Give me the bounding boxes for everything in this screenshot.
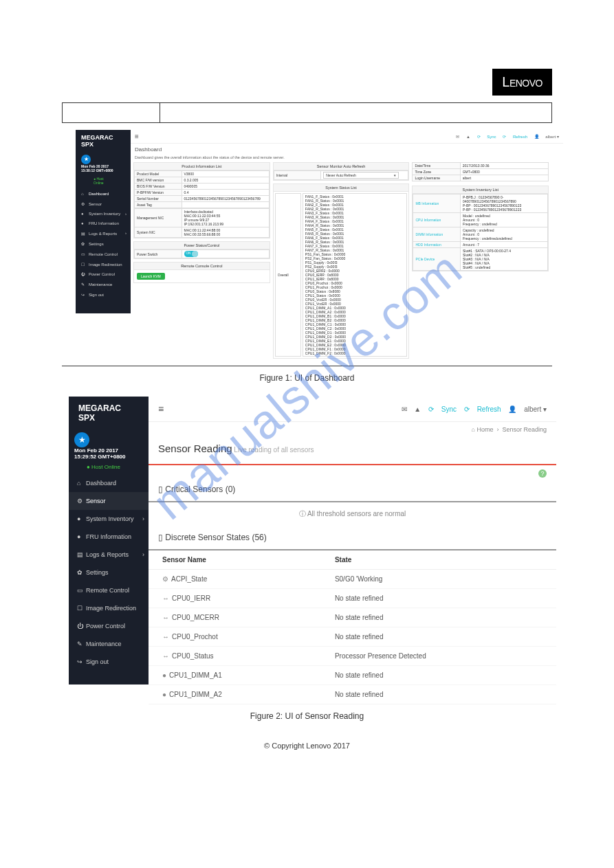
sidebar-item-remote-control[interactable]: ▭Remote Control bbox=[76, 249, 131, 259]
remote-console-title: Remote Console Control bbox=[134, 263, 270, 270]
sidebar-item-sign-out[interactable]: ↪Sign out bbox=[76, 289, 131, 300]
sensor-row[interactable]: ⚙ACPI_StateS0/G0 'Working bbox=[149, 570, 556, 589]
footer-copyright: © Copyright Lenovo 2017 bbox=[0, 742, 614, 750]
dashboard-icon: ⌂ bbox=[81, 192, 87, 196]
refresh-button[interactable]: ⟳ Refresh bbox=[464, 405, 501, 413]
table-row: BMC F/W version0.3.2.005 bbox=[135, 177, 270, 183]
sensor-row[interactable]: ↔CPU0_ProchotNo state refined bbox=[149, 627, 556, 647]
product-info-panel: Product Information List Product ModelV3… bbox=[133, 162, 270, 238]
dashboard-screenshot: MEGARAC SPX ★ Mon Feb 20 201715:30:12 GM… bbox=[76, 130, 566, 359]
sidebar-nav: ⌂Dashboard⚙Sensor●System Inventory›●FRU … bbox=[69, 474, 149, 671]
figure-2-caption: Figure 2: UI of Sensor Reading bbox=[0, 711, 614, 721]
power-control-icon: ⏻ bbox=[81, 272, 87, 276]
sidebar-brand: MEGARAC SPX bbox=[69, 397, 149, 430]
sensor-monitor-panel: Sensor Monitor Auto Refresh Interval Nev… bbox=[273, 162, 410, 181]
table-row: Date/Time2017/2/913:30:36 bbox=[413, 163, 549, 169]
breadcrumb-home[interactable]: Home bbox=[476, 426, 493, 433]
sidebar-item-settings[interactable]: ✿Settings bbox=[69, 564, 149, 581]
sidebar-item-maintenance[interactable]: ✎Maintenance bbox=[69, 635, 149, 653]
top-bar: ≡ ✉ ▲ ⟳ Sync ⟳ Refresh 👤 albert ▾ bbox=[149, 397, 556, 422]
sensor-type-icon: ↔ bbox=[162, 652, 169, 660]
product-info-title: Product Information List bbox=[134, 163, 270, 170]
sidebar-item-dashboard[interactable]: ⌂Dashboard bbox=[76, 189, 131, 199]
remote-control-icon: ▭ bbox=[81, 252, 87, 256]
sensor-row[interactable]: ↔CPU0_StatusProcessor Presence Detected bbox=[149, 647, 556, 666]
topbar-right: ✉ ▲ ⟳ Sync ⟳ Refresh 👤 albert ▾ bbox=[396, 405, 547, 413]
home-icon[interactable]: ⌂ bbox=[471, 426, 474, 433]
sidebar-item-dashboard[interactable]: ⌂Dashboard bbox=[69, 474, 149, 492]
launch-kvm-button[interactable]: Launch KVM bbox=[137, 273, 165, 280]
help-icon[interactable]: ? bbox=[538, 469, 547, 478]
warning-icon[interactable]: ▲ bbox=[414, 405, 421, 413]
image-redirection-icon: ☐ bbox=[77, 605, 84, 612]
table-row: DIMM InformationCapacity : undefinedAmou… bbox=[413, 227, 548, 242]
system-status-panel: System Status List Overall FAN1_F_Status… bbox=[273, 183, 410, 359]
header-empty-table bbox=[62, 102, 552, 123]
table-row: PCIe DeviceSlot#1 : SATA / OP3-00:00-27.… bbox=[413, 248, 548, 271]
sidebar-item-sensor[interactable]: ⚙Sensor bbox=[69, 492, 149, 510]
divider bbox=[62, 366, 552, 366]
image-redirection-icon: ☐ bbox=[81, 262, 87, 267]
col-sensor-name: Sensor Name bbox=[149, 550, 321, 570]
chevron-right-icon: › bbox=[142, 515, 144, 522]
sensor-icon: ⚙ bbox=[77, 498, 84, 504]
discrete-sensors-header: ▯ Discrete Sensor States (56) bbox=[149, 526, 556, 550]
table-row: CPU InformationModel : undefinedAmount :… bbox=[413, 213, 548, 227]
mail-icon[interactable]: ✉ bbox=[402, 405, 407, 413]
system-status-title: System Status List bbox=[274, 184, 409, 192]
sensor-type-icon: ⚙ bbox=[162, 575, 168, 583]
sidebar-item-settings[interactable]: ✿Settings bbox=[76, 238, 131, 249]
sidebar-item-fru-information[interactable]: ●FRU Information bbox=[76, 219, 131, 228]
sidebar-item-system-inventory[interactable]: ●System Inventory› bbox=[76, 209, 131, 219]
user-menu[interactable]: 👤 albert ▾ bbox=[508, 405, 547, 413]
logs-reports-icon: ▤ bbox=[81, 231, 87, 236]
sign-out-icon: ↪ bbox=[77, 658, 84, 665]
menu-toggle-icon[interactable]: ≡ bbox=[135, 133, 139, 140]
sidebar-item-image-redirection[interactable]: ☐Image Redirection bbox=[69, 599, 149, 617]
menu-toggle-icon[interactable]: ≡ bbox=[158, 403, 164, 414]
sidebar-item-remote-control[interactable]: ▭Remote Control bbox=[69, 581, 149, 599]
sidebar-item-image-redirection[interactable]: ☐Image Redirection bbox=[76, 259, 131, 269]
table-row: Login Usernamealbert bbox=[413, 175, 549, 181]
sync-button[interactable]: ⟳ Sync bbox=[428, 405, 457, 413]
sensor-type-icon: ↔ bbox=[162, 614, 169, 621]
mail-icon[interactable]: ✉ bbox=[456, 135, 459, 139]
sidebar-item-logs-reports[interactable]: ▤Logs & Reports› bbox=[69, 546, 149, 564]
sidebar: MEGARAC SPX ★ Mon Feb 20 201715:30:12 GM… bbox=[76, 130, 131, 313]
sidebar-item-power-control[interactable]: ⏻Power Control bbox=[69, 617, 149, 635]
col-state: State bbox=[321, 550, 556, 570]
page-subtitle: Dashboard gives the overall information … bbox=[131, 155, 563, 162]
sidebar-item-sign-out[interactable]: ↪Sign out bbox=[69, 653, 149, 671]
table-row: P-BPF/W Version0.4 bbox=[135, 190, 270, 196]
sensor-screenshot: MEGARAC SPX ★ Mon Feb 20 201715:29:52 GM… bbox=[69, 397, 559, 704]
sidebar-item-maintenance[interactable]: ✎Maintenance bbox=[76, 279, 131, 289]
table-row: MB InformationP-BPB.J : 01234567890 0-04… bbox=[413, 194, 548, 213]
sidebar-item-system-inventory[interactable]: ●System Inventory› bbox=[69, 510, 149, 528]
sidebar-item-fru-information[interactable]: ●FRU Information bbox=[69, 528, 149, 546]
sensor-row[interactable]: ↔CPU0_MCERRNo state refined bbox=[149, 608, 556, 627]
chevron-right-icon: › bbox=[125, 212, 127, 216]
user-menu[interactable]: 👤 albert ▾ bbox=[534, 135, 559, 139]
warning-icon[interactable]: ▲ bbox=[466, 135, 470, 139]
power-status-panel: Power Status/Control Power Switch ON bbox=[133, 241, 270, 259]
sensor-row[interactable]: ●CPU1_DIMM_A2No state refined bbox=[149, 685, 556, 704]
refresh-button[interactable]: ⟳ Refresh bbox=[503, 135, 527, 139]
page-title: Sensor Reading bbox=[158, 443, 232, 454]
sync-button[interactable]: ⟳ Sync bbox=[477, 135, 496, 139]
product-info-table: Product ModelV3800BMC F/W version0.3.2.0… bbox=[134, 170, 270, 208]
sensor-monitor-title: Sensor Monitor Auto Refresh bbox=[274, 163, 409, 170]
sensor-type-icon: ↔ bbox=[162, 633, 169, 641]
sensor-row[interactable]: ↔CPU0_IERRNo state refined bbox=[149, 589, 556, 608]
interval-dropdown[interactable]: Never Auto Refresh bbox=[323, 172, 399, 179]
page-title: Dashboard bbox=[131, 144, 563, 155]
settings-icon: ✿ bbox=[81, 241, 87, 246]
sidebar-item-logs-reports[interactable]: ▤Logs & Reports› bbox=[76, 228, 131, 238]
sidebar-item-power-control[interactable]: ⏻Power Control bbox=[76, 269, 131, 279]
interval-label: Interval bbox=[274, 171, 321, 180]
sidebar-item-sensor[interactable]: ⚙Sensor bbox=[76, 199, 131, 209]
power-switch-toggle[interactable]: ON bbox=[184, 251, 198, 257]
figure-1-caption: Figure 1: UI of Dashboard bbox=[0, 373, 614, 383]
sensor-row[interactable]: ●CPU1_DIMM_A1No state refined bbox=[149, 666, 556, 685]
system-inventory-table: MB InformationP-BPB.J : 01234567890 0-04… bbox=[413, 194, 548, 271]
sidebar-brand: MEGARAC SPX bbox=[76, 130, 131, 152]
